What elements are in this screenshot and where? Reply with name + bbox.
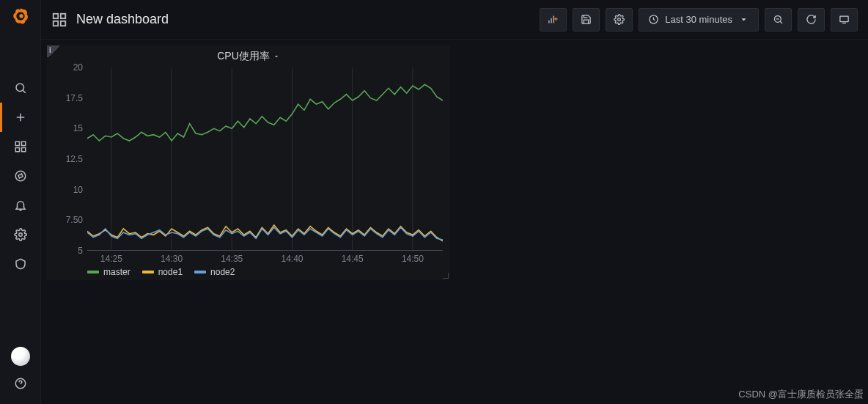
resize-handle[interactable] — [441, 271, 449, 279]
svg-point-7 — [18, 233, 22, 237]
dashboards-icon[interactable] — [0, 132, 41, 161]
panel-title[interactable]: CPU使用率 — [217, 50, 280, 63]
save-button[interactable] — [573, 8, 600, 32]
y-axis-labels: 57.501012.51517.520 — [47, 67, 87, 251]
panels-icon[interactable] — [51, 12, 67, 28]
alerting-icon[interactable] — [0, 191, 41, 220]
grafana-logo[interactable] — [9, 4, 32, 28]
svg-point-0 — [16, 84, 24, 92]
configuration-icon[interactable] — [0, 220, 41, 249]
legend-item-master[interactable]: master — [87, 267, 130, 277]
server-admin-icon[interactable] — [0, 249, 41, 279]
svg-point-5 — [15, 171, 26, 181]
chevron-down-icon — [738, 14, 749, 25]
time-range-label: Last 30 minutes — [665, 14, 732, 25]
sidebar — [0, 0, 41, 404]
svg-rect-10 — [61, 13, 65, 18]
svg-rect-16 — [840, 16, 848, 22]
svg-point-13 — [618, 18, 621, 21]
topbar: New dashboard Last 30 minutes — [41, 0, 868, 40]
svg-rect-9 — [54, 13, 58, 18]
svg-rect-2 — [21, 142, 25, 145]
panel-cpu-usage: i CPU使用率 57.501012.51517.520 14:2514:301… — [47, 45, 450, 280]
watermark: CSDN @富士康质检员张全蛋 — [738, 388, 864, 401]
svg-rect-11 — [54, 21, 58, 25]
help-icon[interactable] — [0, 369, 41, 398]
svg-marker-6 — [18, 174, 23, 178]
chevron-down-icon — [273, 53, 280, 60]
svg-rect-4 — [21, 148, 25, 152]
svg-rect-1 — [15, 142, 19, 145]
page-title[interactable]: New dashboard — [76, 12, 169, 27]
create-icon[interactable] — [0, 103, 41, 132]
add-panel-button[interactable] — [540, 8, 567, 32]
search-icon[interactable] — [0, 73, 41, 103]
legend-item-node1[interactable]: node1 — [142, 267, 183, 277]
legend: master node1 node2 — [87, 265, 235, 279]
refresh-button[interactable] — [798, 8, 825, 32]
legend-item-node2[interactable]: node2 — [194, 267, 235, 277]
explore-icon[interactable] — [0, 161, 41, 191]
svg-rect-3 — [15, 148, 19, 152]
svg-rect-12 — [61, 21, 65, 25]
avatar[interactable] — [11, 347, 30, 366]
settings-button[interactable] — [606, 8, 633, 32]
x-axis-labels: 14:2514:3014:3514:4014:4514:50 — [87, 254, 443, 264]
time-range-picker[interactable]: Last 30 minutes — [639, 8, 759, 32]
cycle-view-button[interactable] — [831, 8, 858, 32]
zoom-out-button[interactable] — [765, 8, 792, 32]
chart-plot[interactable] — [87, 67, 443, 251]
